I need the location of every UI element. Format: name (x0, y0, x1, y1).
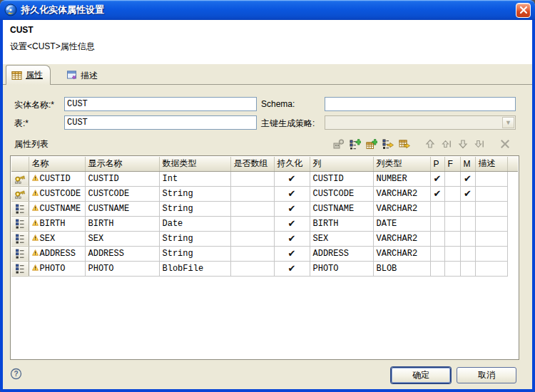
ok-button[interactable]: 确定 (391, 367, 451, 383)
table-row[interactable]: CUSTCODECUSTCODEString✔CUSTCODEVARCHAR2✔… (11, 186, 518, 201)
foreign-key-cell[interactable] (444, 261, 460, 276)
mandatory-cell[interactable] (460, 246, 475, 261)
key-icon[interactable] (11, 186, 29, 201)
foreign-key-cell[interactable] (444, 216, 460, 231)
persistent-cell[interactable]: ✔ (274, 201, 310, 216)
select-column-icon[interactable] (398, 138, 411, 150)
column-type-cell[interactable]: VARCHAR2 (373, 231, 430, 246)
name-cell[interactable]: PHOTO (29, 261, 85, 276)
is-array-cell[interactable] (230, 246, 274, 261)
is-array-cell[interactable] (230, 231, 274, 246)
is-array-cell[interactable] (230, 261, 274, 276)
table-row[interactable]: ADDRESSADDRESSString✔ADDRESSVARCHAR2 (11, 246, 518, 261)
primary-key-cell[interactable] (430, 216, 444, 231)
data-type-cell[interactable]: String (159, 186, 230, 201)
primary-key-cell[interactable]: ✔ (430, 171, 444, 186)
data-type-cell[interactable]: String (159, 201, 230, 216)
mandatory-cell[interactable] (460, 216, 475, 231)
attribute-icon[interactable] (11, 201, 29, 216)
name-cell[interactable]: SEX (29, 231, 85, 246)
column-type-cell[interactable]: BLOB (373, 261, 430, 276)
display-name-cell[interactable]: ADDRESS (85, 246, 159, 261)
description-cell[interactable] (475, 246, 507, 261)
display-name-cell[interactable]: CUSTNAME (85, 201, 159, 216)
persistent-cell[interactable]: ✔ (274, 246, 310, 261)
column-type-cell[interactable]: VARCHAR2 (373, 186, 430, 201)
tab-description[interactable]: 描述 (61, 66, 105, 85)
schema-input[interactable] (325, 97, 516, 111)
table-row[interactable]: SEXSEXString✔SEXVARCHAR2 (11, 231, 518, 246)
name-cell[interactable]: CUSTNAME (29, 201, 85, 216)
name-cell[interactable]: CUSTCODE (29, 186, 85, 201)
data-type-cell[interactable]: Date (159, 216, 230, 231)
persistent-cell[interactable]: ✔ (274, 186, 310, 201)
primary-key-cell[interactable] (430, 201, 444, 216)
description-cell[interactable] (475, 186, 507, 201)
column-cell[interactable]: CUSTNAME (310, 201, 373, 216)
primary-key-cell[interactable]: ✔ (430, 186, 444, 201)
attribute-icon[interactable] (11, 231, 29, 246)
column-cell[interactable]: PHOTO (310, 261, 373, 276)
data-type-cell[interactable]: Int (159, 171, 230, 186)
data-type-cell[interactable]: String (159, 231, 230, 246)
foreign-key-cell[interactable] (444, 201, 460, 216)
select-attribute-icon[interactable] (382, 138, 394, 150)
key-icon[interactable] (11, 171, 29, 186)
primary-key-cell[interactable] (430, 231, 444, 246)
mandatory-cell[interactable] (460, 261, 475, 276)
is-array-cell[interactable] (230, 186, 274, 201)
help-button[interactable]: ? (10, 368, 22, 380)
attribute-icon[interactable] (11, 261, 29, 276)
persistent-cell[interactable]: ✔ (274, 171, 310, 186)
column-cell[interactable]: ADDRESS (310, 246, 373, 261)
description-cell[interactable] (475, 171, 507, 186)
display-name-cell[interactable]: BIRTH (85, 216, 159, 231)
title-bar[interactable]: 持久化实体属性设置 (0, 0, 535, 20)
table-row[interactable]: BIRTHBIRTHDate✔BIRTHDATE (11, 216, 518, 231)
data-type-cell[interactable]: String (159, 246, 230, 261)
display-name-cell[interactable]: CUSTCODE (85, 186, 159, 201)
primary-key-cell[interactable] (430, 246, 444, 261)
data-type-cell[interactable]: BlobFile (159, 261, 230, 276)
mandatory-cell[interactable]: ✔ (460, 171, 475, 186)
attribute-icon[interactable] (11, 216, 29, 231)
foreign-key-cell[interactable] (444, 246, 460, 261)
column-type-cell[interactable]: VARCHAR2 (373, 246, 430, 261)
column-type-cell[interactable]: VARCHAR2 (373, 201, 430, 216)
tab-attributes[interactable]: 属性 (6, 65, 51, 85)
column-cell[interactable]: CUSTCODE (310, 186, 373, 201)
table-row[interactable]: CUSTIDCUSTIDInt✔CUSTIDNUMBER✔✔ (11, 171, 518, 186)
is-array-cell[interactable] (230, 171, 274, 186)
name-cell[interactable]: ADDRESS (29, 246, 85, 261)
display-name-cell[interactable]: CUSTID (85, 171, 159, 186)
entity-name-input[interactable] (64, 97, 257, 111)
foreign-key-cell[interactable] (444, 171, 460, 186)
persistent-cell[interactable]: ✔ (274, 231, 310, 246)
display-name-cell[interactable]: PHOTO (85, 261, 159, 276)
column-type-cell[interactable]: DATE (373, 216, 430, 231)
column-cell[interactable]: BIRTH (310, 216, 373, 231)
name-cell[interactable]: BIRTH (29, 216, 85, 231)
primary-key-cell[interactable] (430, 261, 444, 276)
is-array-cell[interactable] (230, 216, 274, 231)
table-name-input[interactable] (64, 115, 257, 130)
persistent-cell[interactable]: ✔ (274, 216, 310, 231)
attribute-icon[interactable] (11, 246, 29, 261)
foreign-key-cell[interactable] (444, 231, 460, 246)
foreign-key-cell[interactable] (444, 186, 460, 201)
add-column-icon[interactable] (365, 138, 378, 150)
description-cell[interactable] (475, 201, 507, 216)
description-cell[interactable] (475, 261, 507, 276)
cancel-button[interactable]: 取消 (457, 367, 516, 383)
name-cell[interactable]: CUSTID (29, 171, 85, 186)
column-cell[interactable]: CUSTID (310, 171, 373, 186)
mandatory-cell[interactable] (460, 231, 475, 246)
description-cell[interactable] (475, 231, 507, 246)
column-type-cell[interactable]: NUMBER (373, 171, 430, 186)
table-row[interactable]: PHOTOPHOTOBlobFile✔PHOTOBLOB (11, 261, 518, 276)
close-button[interactable] (516, 3, 531, 18)
mandatory-cell[interactable] (460, 201, 475, 216)
is-array-cell[interactable] (230, 201, 274, 216)
display-name-cell[interactable]: SEX (85, 231, 159, 246)
table-row[interactable]: CUSTNAMECUSTNAMEString✔CUSTNAMEVARCHAR2 (11, 201, 518, 216)
